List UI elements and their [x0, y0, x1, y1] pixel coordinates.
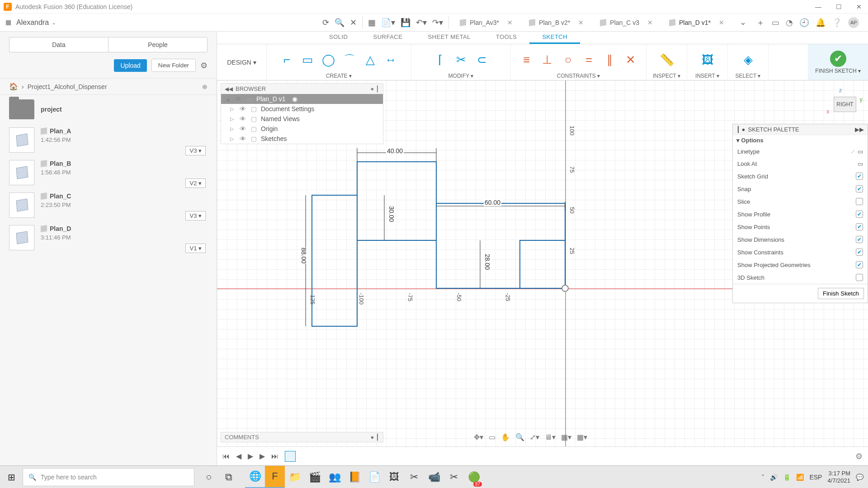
dimension-tool-icon[interactable]: ↔ — [383, 52, 399, 68]
movies-icon[interactable]: 🎬 — [305, 466, 325, 488]
zoom-icon[interactable]: 📹 — [424, 466, 444, 488]
circle-tool-icon[interactable]: ◯ — [321, 52, 337, 68]
checkbox[interactable]: ✔ — [856, 223, 863, 230]
tab-menu-icon[interactable]: ⌄ — [737, 15, 749, 30]
browser-row[interactable]: ▷👁▢Sketches — [221, 134, 383, 144]
viewcube-face[interactable]: RIGHT — [834, 97, 856, 112]
ribbon-constraints-label[interactable]: CONSTRAINTS ▾ — [557, 73, 600, 80]
chrome-icon[interactable]: 🌐 — [245, 466, 265, 488]
project-item[interactable]: Plan_A1:42:56 PMV3 ▾ — [0, 124, 217, 156]
snip2-icon[interactable]: ✂ — [444, 466, 464, 488]
taskbar-search[interactable]: 🔍 Type here to search — [23, 468, 194, 486]
visibility-icon[interactable]: 👁 — [239, 125, 246, 132]
browser-row[interactable]: ▷👁▢Document Settings — [221, 104, 383, 114]
checkbox[interactable]: ✔ — [856, 236, 863, 243]
inspect-icon[interactable]: 📏 — [659, 52, 675, 68]
palette-finish-button[interactable]: Finish Sketch — [818, 288, 864, 299]
workspace-tab[interactable]: SURFACE — [361, 32, 415, 44]
dimension-label[interactable]: 60.00 — [484, 199, 501, 206]
fillet-tool-icon[interactable]: ⌈ — [432, 52, 448, 68]
clock-icon[interactable]: 🕘 — [799, 18, 809, 28]
data-tab[interactable]: Data — [9, 37, 108, 52]
expand-icon[interactable]: ▷ — [230, 116, 236, 122]
notification-icon[interactable]: 🔔 — [816, 18, 826, 28]
start-button[interactable]: ⊞ — [0, 466, 23, 488]
trim-tool-icon[interactable]: ✂ — [453, 52, 469, 68]
checkbox[interactable] — [856, 274, 863, 281]
workspace-tab[interactable]: SOLID — [316, 32, 361, 44]
browser-root[interactable]: ◢👁▭Plan_D v1◉ — [221, 94, 383, 104]
wifi-icon[interactable]: 📶 — [796, 474, 804, 481]
expand-icon[interactable]: ▶▶ — [855, 126, 864, 133]
version-dropdown[interactable]: V2 ▾ — [185, 178, 206, 188]
visibility-icon[interactable]: 👁 — [239, 115, 246, 122]
timeline-sketch-feature[interactable] — [285, 451, 296, 462]
photos-icon[interactable]: 🖼 — [384, 466, 404, 488]
undo-icon[interactable]: ↶▾ — [413, 16, 429, 29]
search-button[interactable]: 🔍 — [332, 16, 347, 29]
file-tab[interactable]: Plan_C v3✕ — [592, 14, 661, 32]
close-tab-icon[interactable]: ✕ — [507, 19, 513, 26]
ribbon-insert-label[interactable]: INSERT ▾ — [695, 73, 719, 80]
maximize-button[interactable]: ☐ — [833, 3, 844, 10]
checkbox[interactable] — [856, 198, 863, 205]
explorer-icon[interactable]: 📁 — [285, 466, 305, 488]
folder-row[interactable]: project — [0, 95, 217, 124]
viewport-icon[interactable]: ▦▾ — [577, 433, 587, 441]
grid-display-icon[interactable]: ▦▾ — [561, 433, 571, 441]
line-tool-icon[interactable]: ⌐ — [279, 52, 295, 68]
close-tab-icon[interactable]: ✕ — [647, 19, 653, 26]
timeline-next-icon[interactable]: ▶ — [259, 452, 265, 460]
comments-panel[interactable]: COMMENTS● ┃ — [221, 432, 383, 442]
fusion2-icon[interactable]: 📙 — [344, 466, 364, 488]
help-icon[interactable]: ❔ — [832, 18, 842, 28]
linetype-icon2[interactable]: ▭ — [858, 148, 863, 155]
minimize-button[interactable]: — — [812, 3, 824, 10]
fit-icon[interactable]: ⤢▾ — [530, 433, 539, 441]
grid-icon[interactable]: ▦ — [5, 19, 14, 27]
file-tab[interactable]: Plan_D v1*✕ — [661, 14, 732, 32]
select-icon[interactable]: ◈ — [740, 52, 756, 68]
look-at-icon[interactable]: ▭ — [858, 160, 863, 167]
finish-sketch-button[interactable]: ✔ FINISH SKETCH ▾ — [808, 44, 868, 80]
project-item[interactable]: Plan_C2:23:50 PMV3 ▾ — [0, 189, 217, 221]
visibility-icon[interactable]: 👁 — [239, 135, 246, 142]
ribbon-create-label[interactable]: CREATE ▾ — [326, 73, 352, 80]
fusion-icon[interactable]: F — [265, 466, 285, 488]
dimension-label[interactable]: 40.00 — [386, 147, 404, 155]
viewcube[interactable]: z y x RIGHT — [829, 89, 860, 116]
version-dropdown[interactable]: V3 ▾ — [185, 211, 206, 221]
tangent-constraint-icon[interactable]: ○ — [560, 52, 576, 68]
ribbon-inspect-label[interactable]: INSPECT ▾ — [653, 73, 680, 80]
breadcrumb[interactable]: 🏠 › Project1_Alcohol_Dispenser ⊕ — [0, 78, 217, 95]
app-grid-icon[interactable]: ▦ — [365, 16, 378, 29]
checkbox[interactable]: ✔ — [856, 173, 863, 180]
design-dropdown[interactable]: DESIGN ▾ — [217, 44, 267, 80]
palette-section[interactable]: ▾ Options — [733, 135, 868, 145]
close-button[interactable]: ✕ — [854, 3, 864, 10]
expand-icon[interactable]: ▷ — [230, 106, 236, 112]
timeline-start-icon[interactable]: ⏮ — [222, 452, 230, 460]
file-tab[interactable]: Plan_B v2*✕ — [521, 14, 592, 32]
horizontal-constraint-icon[interactable]: ≡ — [519, 52, 535, 68]
collapse-icon[interactable]: ◀◀ — [225, 86, 233, 92]
browser-row[interactable]: ▷👁▢Named Views — [221, 114, 383, 124]
timeline-end-icon[interactable]: ⏭ — [271, 452, 278, 460]
redo-icon[interactable]: ↷▾ — [429, 16, 446, 29]
file-tab[interactable]: Plan_Av3*✕ — [452, 14, 521, 32]
project-item[interactable]: Plan_B1:56:46 PMV2 ▾ — [0, 156, 217, 189]
home-icon[interactable]: 🏠 — [9, 82, 18, 91]
equal-constraint-icon[interactable]: = — [581, 52, 597, 68]
new-folder-button[interactable]: New Folder — [151, 59, 196, 72]
browser-row[interactable]: ▷👁▢Origin — [221, 124, 383, 134]
close-tab-icon[interactable]: ✕ — [578, 19, 584, 26]
timeline-prev-icon[interactable]: ◀ — [236, 452, 241, 460]
tray-chevron-icon[interactable]: ˄ — [761, 474, 764, 481]
extensions-icon[interactable]: ▭ — [772, 18, 779, 28]
mirror-tool-icon[interactable]: △ — [362, 52, 378, 68]
close-panel-button[interactable]: ✕ — [347, 16, 359, 29]
expand-icon[interactable]: ▷ — [230, 126, 236, 132]
rectangle-tool-icon[interactable]: ▭ — [300, 52, 316, 68]
display-icon[interactable]: 🖥▾ — [545, 433, 556, 441]
parallel-constraint-icon[interactable]: ∥ — [602, 52, 618, 68]
